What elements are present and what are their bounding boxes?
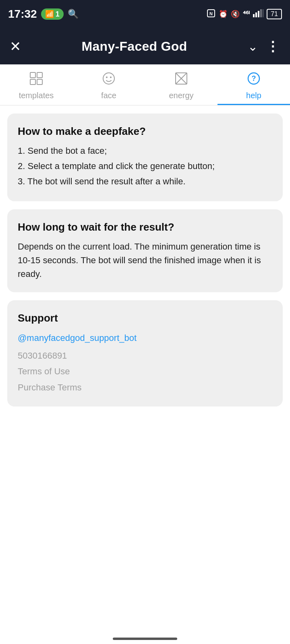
svg-point-13: [110, 76, 112, 78]
terms-of-use-link[interactable]: Terms of Use: [18, 363, 272, 380]
svg-rect-7: [30, 72, 35, 78]
alarm-icon: ⏰: [219, 10, 228, 19]
signal-number: 1: [56, 10, 60, 19]
card-2-title: How long to wait for the result?: [18, 221, 272, 234]
close-button[interactable]: ✕: [10, 38, 21, 54]
card-support: Support @manyfacedgod_support_bot 503016…: [7, 300, 283, 407]
home-indicator: [113, 638, 177, 640]
svg-text:?: ?: [252, 74, 256, 83]
templates-icon: [29, 72, 43, 89]
svg-rect-5: [260, 9, 262, 17]
tab-face-underline: [72, 104, 145, 105]
search-icon: 🔍: [68, 9, 79, 19]
svg-rect-10: [37, 79, 42, 85]
help-icon: ?: [247, 72, 261, 89]
app-header: ✕ Many-Faced God ⌄ ⋮: [0, 28, 290, 64]
list-item: 2. Select a template and click the gener…: [18, 159, 272, 173]
svg-rect-4: [258, 11, 259, 17]
tab-energy-label: energy: [169, 91, 193, 100]
more-options-button[interactable]: ⋮: [266, 38, 280, 54]
energy-icon: [174, 72, 188, 89]
status-right: N ⏰ 🔇 ⁴⁶ᴵ 71: [207, 9, 282, 20]
purchase-terms-link[interactable]: Purchase Terms: [18, 380, 272, 396]
list-item: 1. Send the bot a face;: [18, 144, 272, 158]
tab-templates-label: templates: [19, 91, 54, 100]
tab-help-underline: [218, 104, 290, 105]
face-icon: [102, 72, 116, 89]
card-how-long: How long to wait for the result? Depends…: [7, 209, 283, 292]
status-bar: 17:32 📶 1 🔍 N ⏰ 🔇 ⁴⁶ᴵ 71: [0, 0, 290, 28]
tab-energy[interactable]: energy: [145, 64, 218, 105]
tab-energy-underline: [145, 104, 218, 105]
svg-rect-8: [37, 72, 42, 78]
signal-bars: [253, 9, 263, 19]
tab-face[interactable]: face: [72, 64, 145, 105]
support-link[interactable]: @manyfacedgod_support_bot: [18, 331, 272, 345]
svg-point-12: [106, 76, 108, 78]
support-id: 5030166891: [18, 351, 272, 361]
tab-help[interactable]: ? help: [218, 64, 290, 105]
list-item: 3. The bot will send the result after a …: [18, 175, 272, 188]
nfc-icon: N: [207, 9, 215, 20]
header-actions: ⌄ ⋮: [248, 38, 280, 54]
card-how-to-deepfake: How to make a deepfake? 1. Send the bot …: [7, 114, 283, 201]
wifi-icon: 📶: [45, 10, 54, 19]
card-2-text: Depends on the current load. The minimum…: [18, 240, 272, 281]
content-area: How to make a deepfake? 1. Send the bot …: [0, 105, 290, 423]
svg-point-11: [103, 73, 114, 84]
network-type: ⁴⁶ᴵ: [243, 10, 250, 19]
svg-rect-6: [263, 9, 263, 17]
svg-rect-3: [255, 12, 257, 17]
card-1-list: 1. Send the bot a face; 2. Select a temp…: [18, 144, 272, 188]
card-3-title: Support: [18, 312, 272, 325]
status-left: 17:32 📶 1 🔍: [8, 8, 79, 21]
mute-icon: 🔇: [231, 10, 240, 19]
signal-badge: 📶 1: [41, 8, 64, 20]
status-time: 17:32: [8, 8, 37, 21]
svg-text:N: N: [209, 11, 213, 16]
battery-icon: 71: [267, 9, 282, 19]
svg-rect-9: [30, 79, 35, 85]
svg-rect-2: [253, 14, 255, 17]
tab-face-label: face: [101, 91, 116, 100]
tab-bar: templates face energy: [0, 64, 290, 105]
app-title: Many-Faced God: [81, 39, 187, 54]
chevron-down-icon[interactable]: ⌄: [248, 39, 258, 54]
tab-help-label: help: [246, 91, 261, 100]
card-1-title: How to make a deepfake?: [18, 125, 272, 138]
tab-templates[interactable]: templates: [0, 64, 72, 105]
tab-templates-underline: [0, 104, 72, 105]
